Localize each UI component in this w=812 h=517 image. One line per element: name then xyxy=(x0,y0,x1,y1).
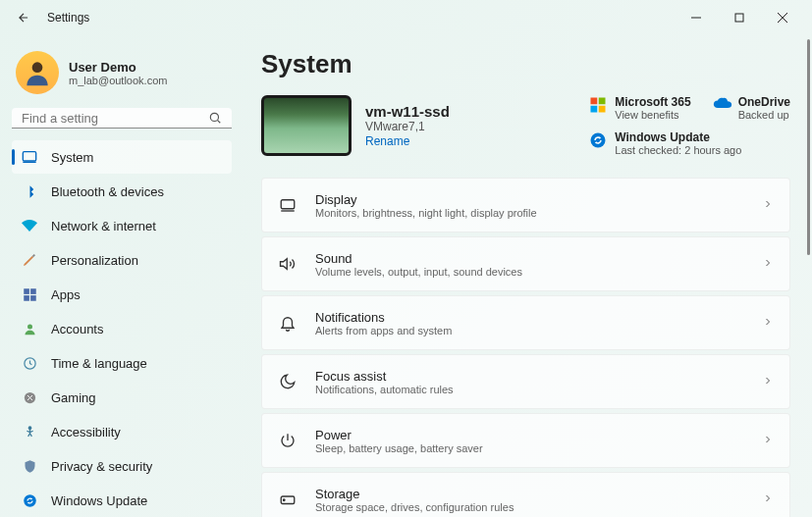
nav-label: System xyxy=(51,150,93,165)
chevron-right-icon xyxy=(762,432,774,449)
bluetooth-icon xyxy=(22,183,37,199)
nav-label: Bluetooth & devices xyxy=(51,184,164,199)
wifi-icon xyxy=(22,218,37,233)
card-title: Notifications xyxy=(315,310,744,325)
nav-item-time-language[interactable]: Time & language xyxy=(12,346,232,380)
svg-point-17 xyxy=(24,494,36,507)
svg-rect-11 xyxy=(24,295,29,301)
card-title: Sound xyxy=(315,251,744,266)
window-controls xyxy=(675,2,804,33)
close-button[interactable] xyxy=(761,2,804,33)
device-name: vm-w11-ssd xyxy=(365,103,450,120)
nav-item-accessibility[interactable]: Accessibility xyxy=(12,415,232,448)
sidebar: User Demo m_lab@outlook.com System Bluet… xyxy=(0,35,244,517)
rename-link[interactable]: Rename xyxy=(365,134,450,148)
card-notifications[interactable]: NotificationsAlerts from apps and system xyxy=(261,295,790,350)
card-sub: Storage space, drives, configuration rul… xyxy=(315,501,744,513)
status-windows-update[interactable]: Windows Update Last checked: 2 hours ago xyxy=(589,130,790,156)
svg-rect-21 xyxy=(599,106,606,113)
titlebar: Settings xyxy=(0,0,812,35)
nav: System Bluetooth & devices Network & int… xyxy=(12,140,232,517)
nav-item-network[interactable]: Network & internet xyxy=(12,209,232,242)
chevron-right-icon xyxy=(762,196,774,214)
svg-point-13 xyxy=(27,324,32,329)
nav-label: Windows Update xyxy=(51,493,147,508)
status-microsoft365[interactable]: Microsoft 365 View benefits xyxy=(589,95,690,121)
minimize-button[interactable] xyxy=(675,2,718,33)
nav-item-windows-update[interactable]: Windows Update xyxy=(12,484,232,517)
display-icon xyxy=(278,195,298,215)
card-sub: Alerts from apps and system xyxy=(315,325,744,336)
page-heading: System xyxy=(261,49,790,79)
svg-point-16 xyxy=(28,426,31,429)
onedrive-icon xyxy=(713,96,731,114)
device-row: vm-w11-ssd VMware7,1 Rename Microsoft 36… xyxy=(261,95,790,156)
nav-item-privacy[interactable]: Privacy & security xyxy=(12,449,232,483)
maximize-icon xyxy=(734,13,744,23)
svg-rect-1 xyxy=(735,14,743,22)
person-icon xyxy=(22,321,37,336)
back-button[interactable] xyxy=(8,2,39,33)
status-sub[interactable]: Last checked: 2 hours ago xyxy=(615,144,741,156)
bell-icon xyxy=(278,313,298,333)
card-sub: Sleep, battery usage, battery saver xyxy=(315,442,744,454)
svg-rect-20 xyxy=(591,106,598,113)
status-sub[interactable]: View benefits xyxy=(615,109,690,121)
update-status-icon xyxy=(589,131,607,149)
arrow-left-icon xyxy=(17,11,30,25)
device-model: VMware7,1 xyxy=(365,120,450,133)
moon-icon xyxy=(278,372,298,391)
nav-label: Time & language xyxy=(51,356,147,371)
main-content: System vm-w11-ssd VMware7,1 Rename Micro… xyxy=(244,35,812,517)
nav-item-bluetooth[interactable]: Bluetooth & devices xyxy=(12,175,232,208)
maximize-button[interactable] xyxy=(718,2,761,33)
scrollbar-thumb[interactable] xyxy=(807,39,810,255)
nav-item-apps[interactable]: Apps xyxy=(12,278,232,311)
chevron-right-icon xyxy=(762,373,774,390)
nav-item-system[interactable]: System xyxy=(12,140,232,174)
nav-label: Network & internet xyxy=(51,219,156,233)
device-thumbnail[interactable] xyxy=(261,95,352,156)
avatar xyxy=(16,51,59,94)
status-title: Windows Update xyxy=(615,130,741,144)
svg-rect-10 xyxy=(30,288,36,294)
card-power[interactable]: PowerSleep, battery usage, battery saver xyxy=(261,413,790,468)
window-title: Settings xyxy=(47,11,89,25)
user-name: User Demo xyxy=(69,60,167,75)
chevron-right-icon xyxy=(762,314,774,332)
clock-icon xyxy=(22,355,37,371)
scrollbar[interactable] xyxy=(802,39,810,513)
apps-icon xyxy=(22,286,37,302)
card-storage[interactable]: StorageStorage space, drives, configurat… xyxy=(261,472,790,517)
status-onedrive[interactable]: OneDrive Backed up xyxy=(713,95,790,121)
card-title: Storage xyxy=(315,487,744,501)
system-icon xyxy=(22,149,37,165)
user-email: m_lab@outlook.com xyxy=(69,75,167,86)
card-sub: Notifications, automatic rules xyxy=(315,384,744,395)
svg-rect-9 xyxy=(24,288,29,294)
settings-cards: DisplayMonitors, brightness, night light… xyxy=(261,178,790,517)
brush-icon xyxy=(22,252,37,268)
status-sub[interactable]: Backed up xyxy=(738,109,790,121)
card-sub: Monitors, brightness, night light, displ… xyxy=(315,207,744,219)
gaming-icon xyxy=(22,389,37,405)
card-title: Display xyxy=(315,192,744,207)
sound-icon xyxy=(278,254,298,274)
nav-item-gaming[interactable]: Gaming xyxy=(12,381,232,414)
nav-item-personalization[interactable]: Personalization xyxy=(12,243,232,277)
search-input[interactable] xyxy=(22,111,208,126)
nav-label: Gaming xyxy=(51,390,96,405)
nav-label: Accessibility xyxy=(51,425,121,439)
close-icon xyxy=(778,13,787,23)
card-display[interactable]: DisplayMonitors, brightness, night light… xyxy=(261,178,790,233)
card-sound[interactable]: SoundVolume levels, output, input, sound… xyxy=(261,236,790,291)
svg-rect-19 xyxy=(599,98,606,105)
chevron-right-icon xyxy=(762,255,774,273)
chevron-right-icon xyxy=(762,491,774,508)
card-focus-assist[interactable]: Focus assistNotifications, automatic rul… xyxy=(261,354,790,409)
search-box[interactable] xyxy=(12,108,232,129)
user-block[interactable]: User Demo m_lab@outlook.com xyxy=(12,43,232,108)
nav-label: Accounts xyxy=(51,322,103,336)
card-title: Focus assist xyxy=(315,369,744,384)
nav-item-accounts[interactable]: Accounts xyxy=(12,312,232,345)
